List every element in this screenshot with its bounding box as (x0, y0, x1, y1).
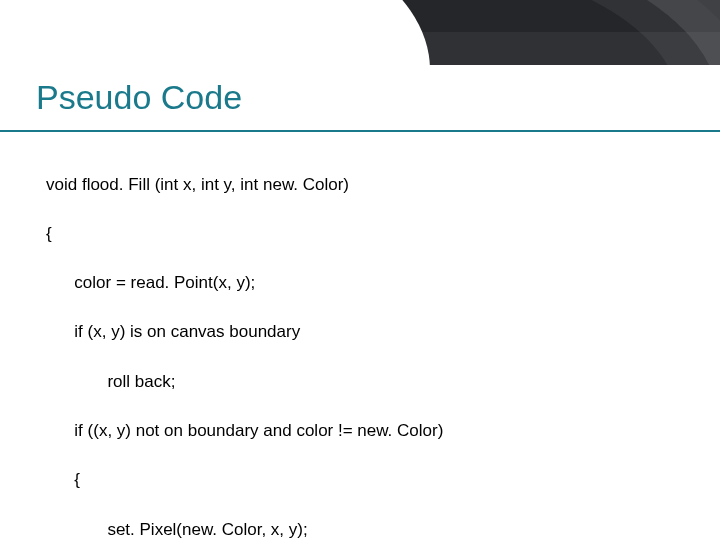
slide-title: Pseudo Code (36, 78, 242, 117)
code-line: if ((x, y) not on boundary and color != … (46, 419, 443, 444)
code-line: if (x, y) is on canvas boundary (46, 320, 443, 345)
code-line: void flood. Fill (int x, int y, int new.… (46, 173, 443, 198)
code-line: set. Pixel(new. Color, x, y); (46, 518, 443, 540)
code-line: { (46, 468, 443, 493)
code-line: roll back; (46, 370, 443, 395)
pseudocode-block: void flood. Fill (int x, int y, int new.… (46, 148, 443, 540)
divider (0, 130, 720, 132)
code-line: { (46, 222, 443, 247)
code-line: color = read. Point(x, y); (46, 271, 443, 296)
